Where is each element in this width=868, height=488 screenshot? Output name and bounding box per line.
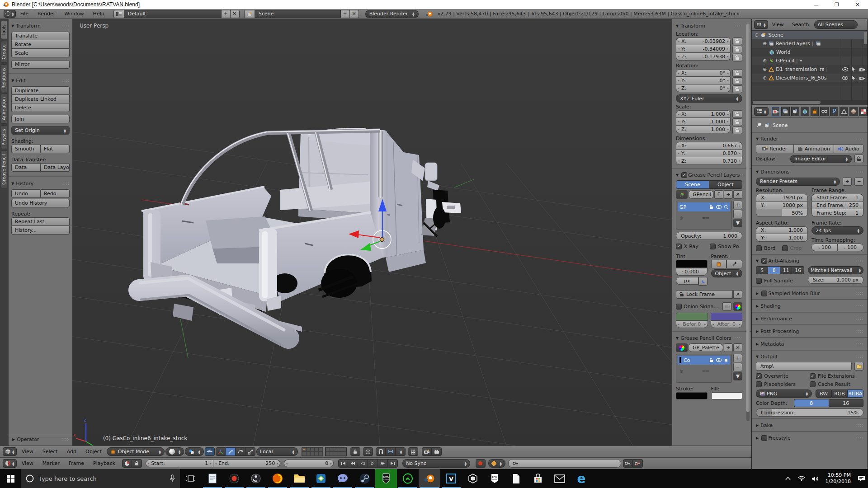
timeline-lock-button[interactable] xyxy=(132,459,142,468)
taskbar-blender-icon[interactable] xyxy=(419,469,440,488)
postprocessing-panel-header[interactable]: ▶Post Processing:::: xyxy=(756,327,863,335)
record-button[interactable] xyxy=(476,459,486,468)
end-frame-field[interactable]: ◂End:250▸ xyxy=(213,460,280,467)
parent-object-button[interactable] xyxy=(711,260,727,268)
layout-selector[interactable]: Default + ✕ xyxy=(113,10,240,18)
tl-menu-marker[interactable]: Marker xyxy=(38,460,64,466)
mic-icon[interactable] xyxy=(169,474,175,483)
menu-help[interactable]: Help xyxy=(89,11,109,17)
v3d-menu-select[interactable]: Select xyxy=(38,449,62,455)
gp-unlink-button[interactable]: ✕ xyxy=(733,190,742,199)
scene-delete-button[interactable]: ✕ xyxy=(350,10,359,18)
output-path-field[interactable]: /tmp\ xyxy=(756,362,852,371)
taskbar-obs-icon[interactable] xyxy=(245,469,267,488)
start-frame-prop-field[interactable]: Start Frame:1 xyxy=(811,194,863,202)
border-checkbox[interactable]: Bord xyxy=(756,244,782,252)
scale-manipulator-button[interactable] xyxy=(245,447,255,456)
lock-location-x[interactable] xyxy=(732,38,742,45)
onion-before-color[interactable] xyxy=(676,313,708,320)
taskbar-razer-icon[interactable] xyxy=(397,469,419,488)
scale-button[interactable]: Scale xyxy=(11,49,70,57)
dimensions-panel-header[interactable]: ▼Dimensions:::: xyxy=(756,168,863,176)
lock-scale-x[interactable] xyxy=(732,110,742,118)
resolution-percentage-slider[interactable]: 50% xyxy=(756,209,808,217)
tray-volume-icon[interactable] xyxy=(808,469,822,488)
thickness-field[interactable]: px xyxy=(676,277,698,285)
onion-colorwheel-button[interactable] xyxy=(733,302,742,311)
operator-panel-header[interactable]: ▶Operator:::: xyxy=(9,437,72,446)
aa-panel-header[interactable]: ▼✓Anti-Aliasing:::: xyxy=(756,257,863,265)
onion-before-field[interactable]: ◂Befor:0▸ xyxy=(676,320,708,328)
tint-color-swatch[interactable] xyxy=(676,260,707,268)
tab-object[interactable] xyxy=(811,107,819,116)
onion-camera-button[interactable] xyxy=(722,302,731,311)
insert-keyframe-button[interactable] xyxy=(623,459,633,468)
scale-z-field[interactable]: ◂Z:1.000▸ xyxy=(676,126,731,133)
tab-material[interactable] xyxy=(849,107,858,116)
tab-modifiers[interactable] xyxy=(830,107,839,116)
delete-button[interactable]: Delete xyxy=(11,103,70,112)
current-frame-field[interactable]: ◂0▸ xyxy=(284,460,334,467)
preset-remove-button[interactable]: − xyxy=(854,177,863,186)
preset-add-button[interactable]: + xyxy=(843,177,852,186)
layers-grid-2[interactable] xyxy=(325,447,347,456)
onion-skin-checkbox[interactable] xyxy=(676,304,682,310)
lock-scale-y[interactable] xyxy=(732,118,742,126)
tab-grease-pencil[interactable]: Grease Pencil xyxy=(1,150,7,188)
panel-edit-header[interactable]: ▼Edit:::: xyxy=(11,76,70,84)
gp-add-button[interactable]: + xyxy=(724,190,733,199)
lock-frame-button[interactable]: Lock Frame xyxy=(676,290,733,299)
taskbar-vegas-icon[interactable]: V xyxy=(440,469,462,488)
taskbar-document-icon[interactable] xyxy=(505,469,527,488)
tray-wifi-icon[interactable] xyxy=(795,469,808,488)
shading-dropdown[interactable]: ▲▼ xyxy=(165,447,184,456)
tab-data[interactable] xyxy=(840,107,848,116)
location-y-field[interactable]: ◂Y:-0.34009▸ xyxy=(676,45,731,53)
outliner-row-partial[interactable] xyxy=(752,82,868,86)
render-presets-dropdown[interactable]: Render Presets▲▼ xyxy=(756,178,840,186)
resolution-x-field[interactable]: X:1920 px xyxy=(756,194,808,202)
scale-y-field[interactable]: ◂Y:1.000▸ xyxy=(676,118,731,126)
rotation-y-field[interactable]: ◂Y:-0°▸ xyxy=(676,77,731,84)
sync-dropdown[interactable]: No Sync▲▼ xyxy=(402,459,470,468)
render-panel-header[interactable]: ▼Render:::: xyxy=(756,135,863,143)
menu-file[interactable]: File xyxy=(16,11,33,17)
manipulator-axes-icon[interactable] xyxy=(216,447,226,456)
resolution-y-field[interactable]: Y:1080 px xyxy=(756,202,808,209)
outliner-row-d1-transmission[interactable]: ⊕ D1_transmission_rs| xyxy=(752,65,868,74)
snap-element-dropdown[interactable] xyxy=(386,447,396,456)
scale-x-field[interactable]: ◂X:1.000▸ xyxy=(676,110,731,118)
preview-range-button[interactable] xyxy=(122,459,132,468)
palette-name-field[interactable]: GP_Palette xyxy=(688,343,723,352)
show-po-checkbox[interactable]: Show Po xyxy=(710,242,742,250)
tab-world[interactable] xyxy=(801,107,809,116)
aa-filter-dropdown[interactable]: Mitchell-Netravali▲▼ xyxy=(808,266,863,274)
outliner-editor-button[interactable]: ▲▼ xyxy=(754,20,768,29)
display-lock-button[interactable] xyxy=(854,155,863,163)
properties-editor-button[interactable]: ▲▼ xyxy=(754,107,769,116)
truck-model[interactable] xyxy=(139,128,461,346)
gp-color-specials-button[interactable]: ▼ xyxy=(733,372,742,380)
taskbar-mail-icon[interactable] xyxy=(549,469,571,488)
outliner-hscrollbar[interactable] xyxy=(752,100,868,105)
layout-add-button[interactable]: + xyxy=(222,10,231,18)
gp-layer-row[interactable]: GP xyxy=(678,202,730,211)
rotation-mode-dropdown[interactable]: XYZ Euler▲▼ xyxy=(676,94,742,103)
fill-color-swatch[interactable] xyxy=(711,392,742,399)
gp-layers-header[interactable]: ▼✓Grease Pencil Layers:: xyxy=(676,171,742,179)
time-remap-old-field[interactable]: : 100 xyxy=(811,244,838,251)
menu-window[interactable]: Window xyxy=(60,11,88,17)
cache-result-checkbox[interactable]: Cache Result xyxy=(810,380,863,388)
aa-8-button[interactable]: 8 xyxy=(768,266,780,274)
mirror-button[interactable]: Mirror xyxy=(11,60,70,69)
layers-grid-1[interactable] xyxy=(302,447,323,456)
lock-rotation-y[interactable] xyxy=(732,77,742,85)
smooth-button[interactable]: Smooth xyxy=(11,145,41,153)
snap-toggle-button[interactable] xyxy=(376,447,386,456)
taskbar-epic2-icon[interactable]: EPICGAMES xyxy=(484,469,505,488)
rgb-button[interactable]: RGB xyxy=(832,389,848,398)
redo-button[interactable]: Redo xyxy=(41,189,70,198)
gpencil-icon-dropdown[interactable] xyxy=(676,190,688,199)
gp-scene-toggle[interactable]: Scene xyxy=(676,180,709,189)
dim-y-field[interactable]: ◂Y:0.870▸ xyxy=(676,150,742,157)
